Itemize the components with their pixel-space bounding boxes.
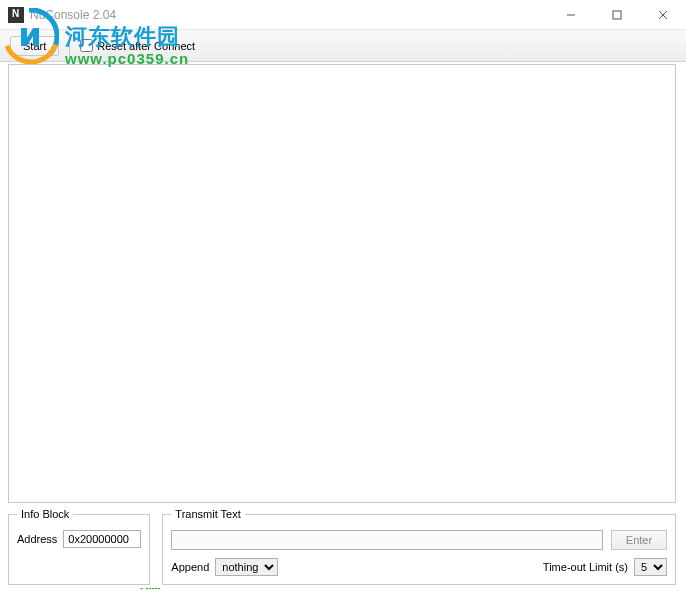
titlebar: NuConsole 2.04 xyxy=(0,0,686,30)
timeout-label: Time-out Limit (s) xyxy=(543,561,628,573)
window-title: NuConsole 2.04 xyxy=(30,8,116,22)
bottom-mark: - ----- xyxy=(140,583,160,593)
toolbar: Start Reset after Connect xyxy=(0,30,686,62)
enter-button[interactable]: Enter xyxy=(611,530,667,550)
transmit-legend: Transmit Text xyxy=(171,508,244,520)
reset-checkbox[interactable] xyxy=(80,39,93,52)
reset-label: Reset after Connect xyxy=(97,40,195,52)
address-label: Address xyxy=(17,533,57,545)
app-icon xyxy=(8,7,24,23)
start-button[interactable]: Start xyxy=(10,36,59,56)
svg-rect-1 xyxy=(613,11,621,19)
transmit-text-group: Transmit Text Enter Append nothing Time-… xyxy=(162,508,676,585)
address-input[interactable] xyxy=(63,530,141,548)
bottom-strip: - ----- xyxy=(0,587,686,593)
console-output[interactable] xyxy=(8,64,676,503)
close-button[interactable] xyxy=(640,0,686,30)
timeout-select[interactable]: 5 xyxy=(634,558,667,576)
toolbar-separator xyxy=(69,36,70,56)
transmit-input[interactable] xyxy=(171,530,603,550)
append-select[interactable]: nothing xyxy=(215,558,278,576)
minimize-button[interactable] xyxy=(548,0,594,30)
bottom-panels: Info Block Address Transmit Text Enter A… xyxy=(8,508,676,585)
info-block-legend: Info Block xyxy=(17,508,73,520)
append-label: Append xyxy=(171,561,209,573)
info-block-group: Info Block Address xyxy=(8,508,150,585)
maximize-button[interactable] xyxy=(594,0,640,30)
reset-after-connect-option[interactable]: Reset after Connect xyxy=(80,39,195,52)
window-controls xyxy=(548,0,686,30)
